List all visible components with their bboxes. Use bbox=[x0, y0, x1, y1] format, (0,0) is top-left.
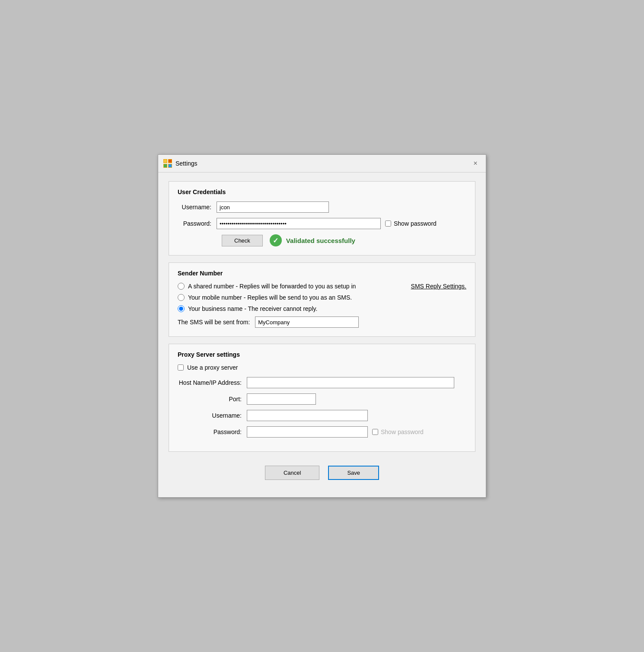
sender-option1-label: A shared number - Replies will be forwar… bbox=[188, 283, 356, 290]
proxy-username-input[interactable] bbox=[247, 410, 368, 421]
sms-from-row: The SMS will be sent from: bbox=[178, 316, 466, 328]
save-button[interactable]: Save bbox=[328, 466, 379, 480]
sender-option1-row: A shared number - Replies will be forwar… bbox=[178, 283, 466, 290]
sender-option3-radio[interactable] bbox=[178, 305, 185, 312]
sms-reply-link[interactable]: SMS Reply Settings. bbox=[411, 283, 466, 290]
proxy-password-input[interactable] bbox=[247, 426, 368, 438]
proxy-show-password-checkbox[interactable] bbox=[372, 429, 378, 435]
svg-rect-7 bbox=[169, 164, 172, 167]
user-credentials-section: User Credentials Username: Password: Sho… bbox=[169, 181, 475, 256]
use-proxy-checkbox[interactable] bbox=[178, 364, 184, 371]
port-input[interactable] bbox=[247, 393, 316, 405]
port-row: Port: bbox=[178, 393, 466, 405]
sender-option1-radio[interactable] bbox=[178, 283, 185, 290]
svg-rect-4 bbox=[164, 160, 167, 163]
title-bar: Settings × bbox=[158, 155, 486, 173]
host-label: Host Name/IP Address: bbox=[178, 379, 247, 386]
sender-number-section: Sender Number A shared number - Replies … bbox=[169, 262, 475, 337]
button-row: Cancel Save bbox=[169, 459, 475, 489]
proxy-server-title: Proxy Server settings bbox=[178, 351, 466, 358]
title-bar-left: Settings bbox=[163, 159, 198, 168]
settings-window: Settings × User Credentials Username: Pa… bbox=[158, 154, 486, 498]
proxy-password-label: Password: bbox=[178, 428, 247, 435]
validated-icon: ✓ bbox=[270, 234, 282, 246]
proxy-show-password-row: Show password bbox=[372, 428, 424, 435]
username-input[interactable] bbox=[217, 201, 329, 213]
password-label: Password: bbox=[178, 220, 217, 227]
app-icon bbox=[163, 159, 172, 168]
sender-number-title: Sender Number bbox=[178, 270, 466, 277]
proxy-username-label: Username: bbox=[178, 412, 247, 419]
proxy-password-row: Password: Show password bbox=[178, 426, 466, 438]
window-title: Settings bbox=[175, 160, 198, 167]
close-button[interactable]: × bbox=[470, 158, 481, 169]
sender-option2-label: Your mobile number - Replies will be sen… bbox=[188, 294, 352, 301]
sms-from-input[interactable] bbox=[255, 316, 359, 328]
password-input[interactable] bbox=[217, 218, 381, 229]
svg-rect-5 bbox=[169, 160, 172, 163]
sender-option2-radio[interactable] bbox=[178, 294, 185, 301]
sms-from-label: The SMS will be sent from: bbox=[178, 319, 250, 326]
svg-rect-6 bbox=[164, 164, 167, 167]
sender-option3-row: Your business name - The receiver cannot… bbox=[178, 305, 466, 312]
use-proxy-row: Use a proxy server bbox=[178, 364, 466, 371]
validated-text: Validated successfully bbox=[286, 237, 355, 244]
sender-option3-label: Your business name - The receiver cannot… bbox=[188, 305, 317, 312]
username-label: Username: bbox=[178, 204, 217, 211]
check-button[interactable]: Check bbox=[222, 235, 263, 246]
host-input[interactable] bbox=[247, 377, 454, 388]
show-password-checkbox[interactable] bbox=[385, 221, 391, 227]
proxy-show-password-label[interactable]: Show password bbox=[381, 428, 424, 435]
proxy-server-section: Proxy Server settings Use a proxy server… bbox=[169, 344, 475, 452]
use-proxy-label[interactable]: Use a proxy server bbox=[187, 364, 238, 371]
port-label: Port: bbox=[178, 396, 247, 403]
password-row: Password: Show password bbox=[178, 218, 466, 229]
username-row: Username: bbox=[178, 201, 466, 213]
show-password-row: Show password bbox=[385, 220, 437, 227]
sender-option2-row: Your mobile number - Replies will be sen… bbox=[178, 294, 466, 301]
host-row: Host Name/IP Address: bbox=[178, 377, 466, 388]
cancel-button[interactable]: Cancel bbox=[265, 466, 319, 480]
user-credentials-title: User Credentials bbox=[178, 189, 466, 195]
content-area: User Credentials Username: Password: Sho… bbox=[158, 173, 486, 497]
validated-row: ✓ Validated successfully bbox=[270, 234, 355, 246]
show-password-label[interactable]: Show password bbox=[394, 220, 437, 227]
proxy-username-row: Username: bbox=[178, 410, 466, 421]
check-row: Check ✓ Validated successfully bbox=[222, 234, 466, 246]
